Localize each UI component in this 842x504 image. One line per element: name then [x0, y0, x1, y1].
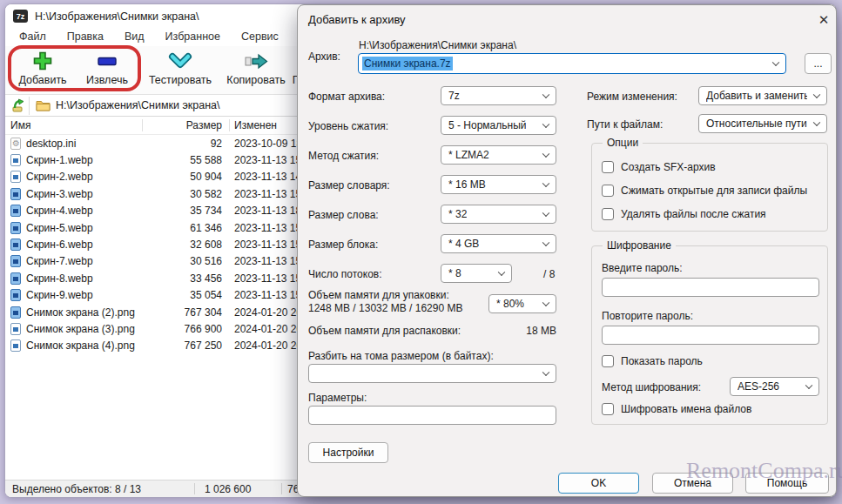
show-password-checkbox[interactable]	[602, 355, 614, 367]
image-file-icon	[10, 188, 21, 200]
encrypt-names-checkbox[interactable]	[602, 403, 614, 415]
update-mode-label: Режим изменения:	[587, 91, 677, 103]
file-size: 50 904	[142, 171, 229, 183]
method-select[interactable]: * LZMA2	[441, 145, 556, 165]
file-name: Скрин-8.webp	[26, 272, 93, 285]
chevron-down-icon	[542, 91, 549, 98]
dictionary-select[interactable]: * 16 MB	[441, 175, 556, 194]
menu-tools[interactable]: Сервис	[231, 29, 289, 45]
chevron-down-icon	[498, 269, 505, 276]
path-mode-label: Пути к файлам:	[587, 118, 663, 131]
file-name: Скрин-4.webp	[26, 205, 93, 217]
file-name: Снимок экрана (4).png	[26, 339, 135, 352]
file-size: 767 250	[142, 339, 229, 352]
word-size-label: Размер слова:	[308, 209, 379, 221]
dictionary-label: Размер словаря:	[308, 179, 390, 192]
file-name: Скрин-6.webp	[26, 239, 93, 251]
menu-view[interactable]: Вид	[114, 29, 155, 45]
password-input[interactable]	[602, 278, 819, 297]
encryption-group: Шифрование Введите пароль: Повторите пар…	[591, 245, 828, 425]
cancel-button[interactable]: Отмена	[652, 473, 733, 494]
compress-shared-checkbox-row[interactable]: Сжимать открытые для записи файлы	[602, 185, 807, 197]
menu-favorites[interactable]: Избранное	[155, 29, 231, 45]
delete-after-checkbox[interactable]	[602, 208, 614, 220]
extract-minus-icon	[96, 50, 118, 72]
menu-file[interactable]: Файл	[9, 29, 57, 45]
compress-shared-checkbox[interactable]	[602, 185, 614, 197]
memory-unpack-label: Объем памяти для распаковки:	[308, 325, 461, 337]
show-password-checkbox-row[interactable]: Показать пароль	[602, 355, 703, 367]
ini-file-icon	[10, 138, 21, 150]
image-file-icon	[10, 306, 21, 319]
file-size: 767 304	[142, 306, 229, 319]
memory-pack-values: 1248 MB / 13032 MB / 16290 MB	[308, 302, 462, 314]
help-button[interactable]: Помощь	[745, 473, 829, 494]
encrypt-names-checkbox-row[interactable]: Шифровать имена файлов	[602, 403, 751, 415]
screenshot-root: { "main_window": { "title": "H:\\Изображ…	[0, 0, 842, 504]
enter-password-label: Введите пароль:	[602, 262, 683, 274]
update-mode-select[interactable]: Добавить и заменить	[698, 86, 827, 105]
image-file-icon	[10, 171, 21, 183]
column-size[interactable]: Размер	[142, 119, 229, 131]
format-select[interactable]: 7z	[441, 86, 556, 105]
format-label: Формат архива:	[308, 91, 385, 103]
path-mode-select[interactable]: Относительные пути	[698, 114, 827, 133]
sfx-checkbox[interactable]	[602, 161, 614, 173]
block-size-select[interactable]: * 4 GB	[441, 234, 556, 253]
chevron-down-icon	[542, 210, 549, 217]
archive-name-combo[interactable]: Снимки экрана.7z	[358, 53, 786, 74]
menu-edit[interactable]: Правка	[57, 29, 114, 45]
file-name: Скрин-1.webp	[26, 154, 93, 166]
file-size: 92	[142, 138, 229, 150]
extract-button[interactable]: Извлечь	[78, 50, 136, 91]
delete-after-checkbox-row[interactable]: Удалять файлы после сжатия	[602, 208, 766, 220]
encryption-method-select[interactable]: AES-256	[730, 377, 819, 396]
column-name[interactable]: Имя	[5, 119, 142, 131]
parameters-input[interactable]	[308, 406, 556, 425]
level-select[interactable]: 5 - Нормальный	[441, 116, 556, 135]
parameters-label: Параметры:	[308, 392, 367, 404]
status-total-size: 1 026 600	[205, 483, 251, 495]
chevron-down-icon[interactable]	[772, 59, 779, 66]
archive-dir-path: H:\Изображения\Снимки экрана\	[359, 39, 516, 51]
file-size: 35 054	[142, 289, 229, 301]
file-size: 35 734	[142, 205, 229, 217]
column-divider[interactable]	[229, 119, 230, 131]
word-size-select[interactable]: * 32	[441, 205, 556, 224]
add-plus-icon	[32, 50, 53, 72]
file-size: 30 516	[142, 255, 229, 267]
method-label: Метод сжатия:	[308, 150, 379, 162]
up-level-button[interactable]	[7, 97, 30, 115]
close-icon[interactable]: ✕	[813, 10, 834, 30]
chevron-down-icon	[542, 299, 549, 306]
split-volumes-combo[interactable]	[308, 364, 556, 383]
memory-pack-select[interactable]: * 80%	[488, 294, 556, 313]
address-path: H:\Изображения\Снимки экрана\	[56, 99, 220, 111]
chevron-down-icon	[805, 382, 812, 389]
image-file-icon	[10, 255, 21, 267]
sfx-checkbox-row[interactable]: Создать SFX-архив	[602, 161, 716, 173]
test-button[interactable]: Тестировать	[143, 50, 218, 91]
dialog-title: Добавить к архиву	[308, 13, 406, 26]
image-file-icon	[10, 205, 21, 217]
settings-button[interactable]: Настройки	[308, 442, 388, 463]
image-file-icon	[10, 289, 21, 301]
add-button[interactable]: Добавить	[14, 50, 71, 91]
file-size: 30 582	[142, 188, 229, 200]
threads-select[interactable]: * 8	[441, 264, 512, 283]
file-name: Снимок экрана (3).png	[26, 323, 135, 335]
column-divider[interactable]	[142, 119, 143, 131]
image-file-icon	[10, 154, 21, 166]
level-label: Уровень сжатия:	[308, 120, 388, 132]
image-file-icon	[10, 272, 21, 285]
file-name: Скрин-7.webp	[26, 255, 93, 267]
ok-button[interactable]: OK	[558, 473, 639, 494]
memory-pack-label: Объем памяти для упаковки:	[308, 289, 449, 301]
options-group-title: Опции	[603, 137, 643, 149]
browse-button[interactable]: ...	[805, 53, 832, 74]
green-up-arrow-icon	[10, 97, 26, 113]
file-size: 32 608	[142, 239, 229, 251]
repeat-password-input[interactable]	[602, 326, 819, 345]
copy-button[interactable]: Копировать	[221, 50, 291, 91]
encryption-method-label: Метод шифрования:	[602, 381, 701, 393]
